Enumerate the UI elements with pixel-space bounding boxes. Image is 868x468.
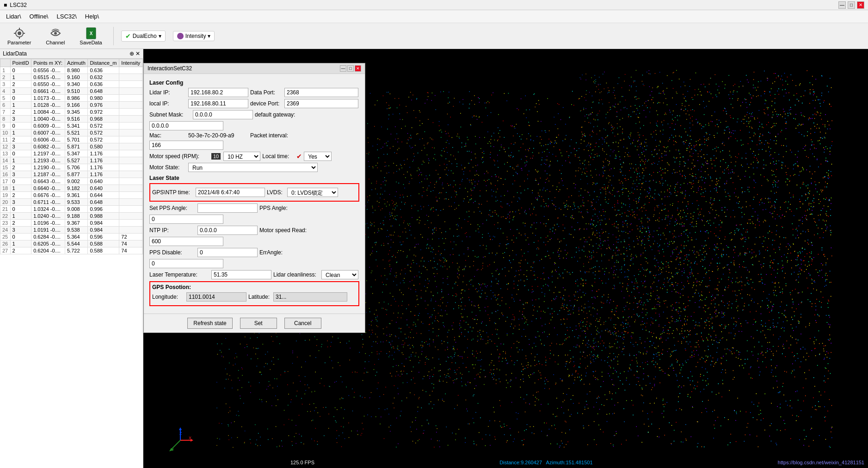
- ntp-ip-input[interactable]: [197, 226, 258, 235]
- laser-temp-input[interactable]: [211, 270, 271, 279]
- svg-point-1: [18, 31, 21, 35]
- data-port-input[interactable]: [284, 88, 358, 97]
- table-cell: 5.364: [65, 234, 88, 240]
- table-cell: 0.988: [88, 213, 119, 220]
- table-cell: 0.6007 -0....: [31, 129, 65, 136]
- row-number: 12: [0, 143, 11, 150]
- local-ip-input[interactable]: [188, 99, 248, 108]
- svg-text:X: X: [89, 31, 92, 36]
- menu-lidar[interactable]: Lidar\: [2, 12, 25, 21]
- table-row: 611.0128 -0....9.1660.976: [0, 102, 143, 109]
- motor-speed-select[interactable]: 10 HZ 20 HZ: [223, 152, 260, 161]
- panel-pin-icon[interactable]: ⊕ ✕: [129, 50, 140, 57]
- table-cell: [119, 136, 143, 143]
- table-cell: 1.2187 -0....: [31, 171, 65, 178]
- channel-button[interactable]: Channel: [42, 26, 68, 46]
- table-cell: 0: [10, 178, 31, 185]
- subnet-mask-input[interactable]: [193, 110, 253, 119]
- maximize-button[interactable]: □: [848, 1, 855, 9]
- pps-angle-input[interactable]: [149, 215, 223, 224]
- row-number: 13: [0, 150, 11, 157]
- link-display[interactable]: https://blog.csdn.net/weixin_41281151: [778, 460, 864, 465]
- table-cell: 5.544: [65, 240, 88, 247]
- svg-text:X: X: [189, 436, 191, 440]
- intensity-dropdown[interactable]: Intensity ▾: [173, 31, 215, 41]
- lidar-ip-row: Lidar IP: Data Port:: [149, 88, 359, 97]
- row-number: 17: [0, 178, 11, 185]
- err-angle-input[interactable]: [149, 259, 223, 268]
- gps-ntp-input[interactable]: [196, 188, 265, 197]
- channel-label: Channel: [46, 40, 65, 45]
- table-cell: 1.0196 -0....: [31, 220, 65, 227]
- dualecho-chevron-icon: ▾: [159, 33, 161, 39]
- table-row: 1411.2193 -0....5.5271.176: [0, 157, 143, 164]
- table-cell: 9.008: [65, 206, 88, 213]
- menu-help[interactable]: Help\: [81, 12, 103, 21]
- dialog-close-btn[interactable]: ✕: [355, 65, 361, 72]
- table-cell: 1: [10, 102, 31, 109]
- row-number: 5: [0, 95, 11, 102]
- azimuth-value: 151.481501: [566, 460, 592, 465]
- table-cell: [119, 88, 143, 95]
- table-cell: 2: [10, 164, 31, 171]
- motor-speed-read-input[interactable]: [149, 237, 223, 246]
- table-row: 721.0084 -0....9.3450.972: [0, 109, 143, 116]
- parameter-button[interactable]: Parameter: [4, 26, 35, 46]
- table-cell: 5.521: [65, 129, 88, 136]
- table-cell: 9.538: [65, 227, 88, 234]
- table-row: 501.0173 -0....8.9860.980: [0, 95, 143, 102]
- svg-point-6: [54, 32, 57, 35]
- menu-lsc32[interactable]: LSC32\: [52, 12, 80, 21]
- dialog-maximize-btn[interactable]: □: [347, 65, 354, 72]
- data-table-container[interactable]: PointID Points m XY: Azimuth Distance_m …: [0, 59, 143, 468]
- table-row: 100.6556 -0....8.9800.636: [0, 67, 143, 74]
- gps-coords-row: Longitude: Latitude:: [152, 292, 357, 302]
- dialog-title: InteractionSetC32: [148, 65, 192, 72]
- table-cell: 0: [10, 234, 31, 240]
- device-port-input[interactable]: [284, 99, 358, 108]
- local-time-check-icon: ✔: [296, 153, 302, 160]
- local-ip-row: local IP: device Port:: [149, 99, 359, 108]
- table-cell: 0.588: [88, 240, 119, 247]
- motor-state-row: Motor State: Run Stop: [149, 163, 359, 172]
- packet-interval-input[interactable]: [149, 141, 223, 150]
- local-time-select[interactable]: Yes No: [304, 152, 332, 161]
- table-cell: 9.182: [65, 185, 88, 192]
- longitude-input[interactable]: [186, 292, 246, 302]
- dialog-minimize-btn[interactable]: —: [340, 65, 346, 72]
- row-number: 16: [0, 171, 11, 178]
- latitude-input[interactable]: [273, 292, 347, 302]
- table-cell: 5.722: [65, 247, 88, 254]
- table-cell: 0.6550 -0....: [31, 81, 65, 88]
- latitude-label: Latitude:: [248, 294, 271, 300]
- minimize-button[interactable]: —: [838, 1, 846, 9]
- cancel-button[interactable]: Cancel: [284, 318, 321, 329]
- dualecho-dropdown[interactable]: ✔ DualEcho ▾: [121, 31, 166, 42]
- table-cell: 0.580: [88, 143, 119, 150]
- lidar-ip-input[interactable]: [188, 88, 248, 97]
- table-cell: [119, 116, 143, 123]
- set-button[interactable]: Set: [240, 318, 277, 329]
- lvds-select[interactable]: 0: LVDS锁定: [287, 188, 338, 197]
- pps-disable-input[interactable]: [197, 248, 258, 257]
- default-gateway-input[interactable]: [149, 121, 223, 130]
- savedata-button[interactable]: X SaveData: [76, 26, 105, 46]
- refresh-state-button[interactable]: Refresh state: [187, 318, 232, 329]
- pps-disable-row: PPS Disable: ErrAngle:: [149, 248, 359, 268]
- table-row: 1810.6640 -0....9.1820.640: [0, 185, 143, 192]
- table-cell: 2: [10, 192, 31, 199]
- motor-state-select[interactable]: Run Stop: [188, 163, 318, 172]
- table-cell: 0: [10, 206, 31, 213]
- distance-display: Distance:9.260427 Azimuth:151.481501: [499, 460, 592, 465]
- set-pps-angle-input[interactable]: [197, 203, 258, 213]
- table-row: 831.0040 -0....9.5160.968: [0, 116, 143, 123]
- table-cell: 0.6284 -0....: [31, 234, 65, 240]
- svg-text:Y: Y: [171, 447, 174, 452]
- close-button[interactable]: ✕: [857, 1, 864, 9]
- svg-text:Z: Z: [179, 431, 182, 436]
- menu-offline[interactable]: Offline\: [25, 12, 53, 21]
- table-cell: 3: [10, 227, 31, 234]
- lidar-cleanliness-select[interactable]: Clean Dirty: [321, 270, 358, 279]
- table-cell: 1: [10, 213, 31, 220]
- table-cell: [119, 185, 143, 192]
